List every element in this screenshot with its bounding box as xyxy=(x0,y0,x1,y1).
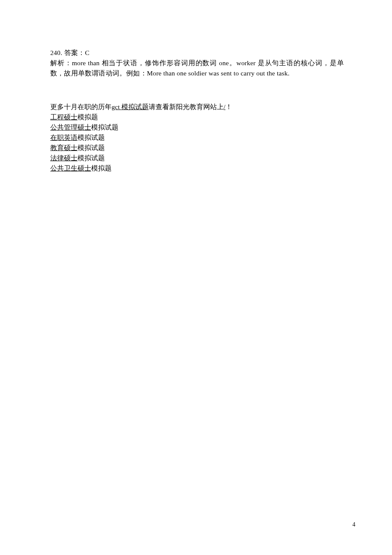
answer-line: 240. 答案：C xyxy=(50,48,344,58)
link-item-5: 公共卫生硕士模拟题 xyxy=(50,163,344,173)
page-number: 4 xyxy=(352,521,355,528)
link-public-admin-master[interactable]: 公共管理硕士 xyxy=(50,124,91,131)
link-suffix: 模拟题 xyxy=(78,113,98,121)
link-suffix: 模拟试题 xyxy=(78,144,105,151)
intro-mid: 请查看新阳光教育网站上 xyxy=(149,103,224,110)
document-content: 240. 答案：C 解析：more than 相当于状语，修饰作形容词用的数词 … xyxy=(50,48,344,173)
answer-value: C xyxy=(85,49,89,56)
explanation-block: 解析：more than 相当于状语，修饰作形容词用的数词 one。worker… xyxy=(50,58,344,78)
link-public-health-master[interactable]: 公共卫生硕士 xyxy=(50,165,91,172)
link-suffix: 模拟题 xyxy=(91,165,112,172)
link-suffix: 模拟试题 xyxy=(91,124,118,131)
link-engineering-master[interactable]: 工程硕士 xyxy=(50,113,78,121)
intro-line: 更多十月在职的历年gct 模拟试题请查看新阳光教育网站上/！ xyxy=(50,102,344,112)
intro-prefix: 更多十月在职的历年 xyxy=(50,103,112,110)
links-section: 更多十月在职的历年gct 模拟试题请查看新阳光教育网站上/！ 工程硕士模拟题 公… xyxy=(50,102,344,173)
answer-number: 240. xyxy=(50,49,62,56)
explanation-label: 解析： xyxy=(50,59,72,66)
intro-suffix: ！ xyxy=(225,103,232,110)
link-item-1: 公共管理硕士模拟试题 xyxy=(50,122,344,133)
link-item-3: 教育硕士模拟试题 xyxy=(50,143,344,153)
link-onjob-english[interactable]: 在职英语 xyxy=(50,134,78,141)
link-item-2: 在职英语模拟试题 xyxy=(50,133,344,143)
link-suffix: 模拟试题 xyxy=(78,154,105,162)
link-law-master[interactable]: 法律硕士 xyxy=(50,154,78,162)
link-item-0: 工程硕士模拟题 xyxy=(50,112,344,122)
explanation-text: more than 相当于状语，修饰作形容词用的数词 one。worker 是从… xyxy=(50,59,344,77)
link-item-4: 法律硕士模拟试题 xyxy=(50,153,344,163)
link-suffix: 模拟试题 xyxy=(78,134,105,141)
gct-link[interactable]: gct 模拟试题 xyxy=(112,103,149,110)
link-education-master[interactable]: 教育硕士 xyxy=(50,144,78,151)
answer-label: 答案： xyxy=(64,49,85,56)
